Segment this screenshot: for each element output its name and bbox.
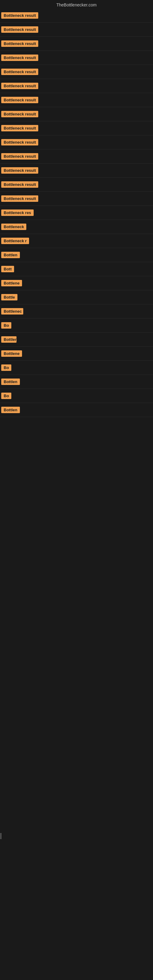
list-item: Bottleneck result — [0, 51, 153, 65]
list-item: Bottle — [0, 290, 153, 304]
bottleneck-result-label[interactable]: Bottleneck result — [1, 139, 38, 145]
list-item: Bo — [0, 361, 153, 375]
bottleneck-result-label[interactable]: Bottlen — [1, 407, 20, 413]
list-item: Bottleneck result — [0, 178, 153, 192]
list-item: Bottleneck result — [0, 192, 153, 206]
list-item: Bottleneck result — [0, 9, 153, 23]
bottleneck-result-label[interactable]: Bottleneck r — [1, 238, 29, 244]
bottleneck-result-label[interactable]: Bottle — [1, 294, 18, 301]
bottleneck-result-label[interactable]: Bottleneck result — [1, 111, 38, 117]
bottleneck-result-label[interactable]: Bottlen — [1, 252, 20, 258]
list-item: Bottleneck result — [0, 65, 153, 79]
results-list: Bottleneck resultBottleneck resultBottle… — [0, 9, 153, 417]
bottleneck-result-label[interactable]: Bottleneck result — [1, 54, 38, 61]
list-item: Bottleneck result — [0, 79, 153, 93]
bottleneck-result-label[interactable]: Bottleneck — [1, 224, 26, 230]
list-item: Bottleneck result — [0, 135, 153, 150]
bottleneck-result-label[interactable]: Bottleneck result — [1, 26, 38, 33]
bottleneck-result-label[interactable]: Bo — [1, 364, 11, 371]
bottleneck-result-label[interactable]: Bottleneck result — [1, 196, 38, 202]
bottleneck-result-label[interactable]: Bottleneck result — [1, 97, 38, 103]
list-item: Bott — [0, 262, 153, 276]
bottleneck-result-label[interactable]: Bottleneck result — [1, 153, 38, 159]
bottleneck-result-label[interactable]: Bottleneck result — [1, 12, 38, 19]
list-item: Bottleneck — [0, 220, 153, 234]
bottleneck-result-label[interactable]: Bott — [1, 266, 14, 272]
bottleneck-result-label[interactable]: Bottlen — [1, 336, 16, 343]
list-item: Bottlenec — [0, 304, 153, 318]
bottleneck-result-label[interactable]: Bottlenec — [1, 308, 23, 315]
list-item: Bo — [0, 318, 153, 332]
list-item: Bottleneck result — [0, 164, 153, 178]
list-item: Bottlen — [0, 403, 153, 417]
list-item: Bottlene — [0, 276, 153, 290]
list-item: Bottleneck result — [0, 93, 153, 107]
bottleneck-result-label[interactable]: Bottleneck result — [1, 181, 38, 188]
list-item: Bottleneck result — [0, 23, 153, 37]
bottleneck-result-label[interactable]: Bottleneck result — [1, 167, 38, 173]
list-item: Bottlen — [0, 332, 153, 347]
list-item: Bottlen — [0, 248, 153, 262]
bottleneck-result-label[interactable]: Bo — [1, 322, 11, 329]
list-item: Bottleneck result — [0, 121, 153, 135]
bottleneck-result-label[interactable]: Bottlene — [1, 280, 22, 286]
list-item: Bottleneck result — [0, 37, 153, 51]
bottleneck-result-label[interactable]: Bottleneck result — [1, 125, 38, 131]
list-item: Bottleneck result — [0, 150, 153, 164]
bottleneck-result-label[interactable]: Bottleneck res — [1, 210, 33, 216]
list-item: Bottleneck result — [0, 107, 153, 121]
list-item: Bottlen — [0, 375, 153, 389]
bottleneck-result-label[interactable]: Bo — [1, 393, 11, 399]
list-item: Bottlene — [0, 347, 153, 361]
bottleneck-result-label[interactable]: Bottleneck result — [1, 68, 38, 75]
list-item: Bo — [0, 389, 153, 403]
bottleneck-result-label[interactable]: Bottleneck result — [1, 40, 38, 47]
bottleneck-result-label[interactable]: Bottlen — [1, 379, 20, 385]
list-item: Bottleneck res — [0, 206, 153, 220]
bottleneck-result-label[interactable]: Bottleneck result — [1, 83, 38, 89]
bottleneck-result-label[interactable]: Bottlene — [1, 350, 22, 357]
cursor-line — [1, 833, 1, 839]
site-title: TheBottlenecker.com — [56, 2, 97, 7]
site-header: TheBottlenecker.com — [0, 0, 153, 9]
list-item: Bottleneck r — [0, 234, 153, 248]
